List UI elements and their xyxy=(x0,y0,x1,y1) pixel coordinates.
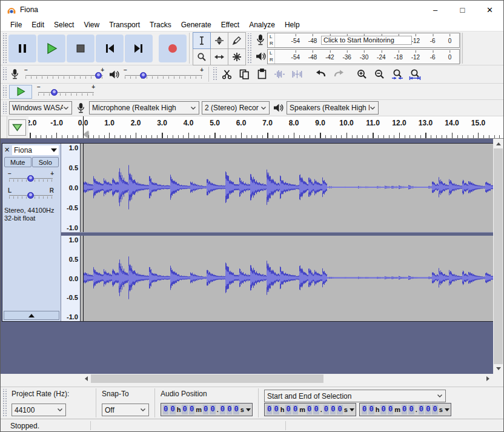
time-shift-tool-button[interactable] xyxy=(210,48,228,65)
transport-toolbar-grip[interactable] xyxy=(2,33,7,63)
vertical-scroll-thumb[interactable] xyxy=(494,148,503,364)
selection-mode-dropdown[interactable]: Start and End of Selection xyxy=(264,390,446,402)
snap-to-dropdown[interactable]: Off xyxy=(102,404,149,416)
copy-button[interactable] xyxy=(236,67,253,82)
menu-item[interactable]: View xyxy=(79,19,104,31)
solo-button[interactable]: Solo xyxy=(32,157,59,167)
time-digit[interactable]: 0 xyxy=(163,405,168,414)
time-digit[interactable]: 0 xyxy=(203,405,208,414)
time-digit[interactable]: 0 xyxy=(368,405,374,414)
time-unit[interactable]: h xyxy=(280,406,285,413)
fit-project-button[interactable] xyxy=(406,67,423,82)
menu-item[interactable]: Select xyxy=(49,19,79,31)
playback-volume-thumb[interactable] xyxy=(140,72,147,79)
zoom-out-button[interactable] xyxy=(371,67,388,82)
time-digit[interactable]: 0 xyxy=(220,405,225,414)
meter-toolbar-grip[interactable] xyxy=(247,33,251,63)
menu-item[interactable]: Edit xyxy=(27,19,49,31)
trim-audio-button[interactable] xyxy=(271,67,288,82)
time-digit[interactable]: 0 xyxy=(402,405,407,414)
fit-selection-button[interactable] xyxy=(388,67,406,82)
mute-button[interactable]: Mute xyxy=(4,157,31,167)
time-unit[interactable]: m xyxy=(196,406,202,413)
time-digit[interactable]: 0 xyxy=(233,405,239,414)
time-unit[interactable]: s xyxy=(439,406,443,413)
monitoring-hint[interactable]: Click to Start Monitoring xyxy=(321,36,412,45)
timeline-ruler[interactable]: -2.0-1.00.01.02.03.04.05.06.07.08.09.010… xyxy=(28,116,503,138)
time-digit[interactable]: 0 xyxy=(337,405,342,414)
recording-volume-thumb[interactable] xyxy=(95,72,102,79)
time-digit[interactable]: 0 xyxy=(189,405,194,414)
time-digit[interactable]: 0 xyxy=(330,405,336,414)
record-button[interactable] xyxy=(159,35,187,62)
zoom-tool-button[interactable] xyxy=(193,48,211,65)
skip-to-start-button[interactable] xyxy=(96,35,124,62)
vertical-scrollbar[interactable] xyxy=(493,139,503,374)
waveform-canvas[interactable] xyxy=(83,236,493,320)
recording-device-dropdown[interactable]: Microphone (Realtek High xyxy=(89,101,199,115)
time-digit[interactable]: 0 xyxy=(293,405,298,414)
time-digit[interactable]: 0 xyxy=(432,405,437,414)
time-digit[interactable]: 0 xyxy=(285,405,291,414)
play-speed-thumb[interactable] xyxy=(51,89,58,96)
stop-button[interactable] xyxy=(67,35,94,62)
audio-host-dropdown[interactable]: Windows WASA xyxy=(9,101,72,115)
paste-button[interactable] xyxy=(253,67,271,82)
menu-item[interactable]: Tracks xyxy=(145,19,176,31)
recording-meter[interactable]: L R -54-48-42-36-30-24-18-12-60 Click to… xyxy=(267,33,460,48)
horizontal-scroll-thumb[interactable] xyxy=(91,374,323,383)
time-digit[interactable]: 0 xyxy=(313,405,319,414)
waveform-right-channel[interactable] xyxy=(81,236,494,321)
waveform-canvas[interactable] xyxy=(83,144,493,231)
track-menu-button[interactable]: Fiona xyxy=(12,145,59,155)
time-unit[interactable]: s xyxy=(240,406,244,413)
time-digit[interactable]: 0 xyxy=(419,405,424,414)
menu-item[interactable]: Generate xyxy=(176,19,216,31)
time-unit[interactable]: . xyxy=(416,406,417,413)
draw-tool-button[interactable] xyxy=(228,32,246,49)
zoom-in-button[interactable] xyxy=(353,67,371,82)
playback-device-dropdown[interactable]: Speakers (Realtek High Def xyxy=(287,101,379,115)
pause-button[interactable] xyxy=(8,35,36,62)
multi-tool-button[interactable] xyxy=(228,48,246,65)
time-digit[interactable]: 0 xyxy=(323,405,329,414)
time-format-arrow-icon[interactable] xyxy=(350,408,354,414)
time-format-arrow-icon[interactable] xyxy=(445,408,449,414)
scroll-up-button[interactable] xyxy=(493,139,503,148)
time-digit[interactable]: 0 xyxy=(170,405,175,414)
selection-end-field[interactable]: 00h00m00.000s xyxy=(359,403,451,416)
selection-start-field[interactable]: 00h00m00.000s xyxy=(264,403,356,416)
track-area[interactable]: ✕ Fiona Mute Solo – + L xyxy=(1,139,503,374)
device-toolbar-grip[interactable] xyxy=(2,102,7,114)
time-digit[interactable]: 0 xyxy=(408,405,414,414)
time-digit[interactable]: 0 xyxy=(210,405,215,414)
selection-toolbar-grip[interactable] xyxy=(2,389,7,417)
track-gain-slider[interactable]: – + xyxy=(8,171,54,184)
play-at-speed-grip[interactable] xyxy=(2,85,7,98)
play-at-speed-button[interactable] xyxy=(9,85,32,99)
track-collapse-button[interactable] xyxy=(4,311,59,320)
time-digit[interactable]: 0 xyxy=(182,405,187,414)
scroll-left-button[interactable] xyxy=(81,374,91,384)
play-speed-slider[interactable]: – + xyxy=(37,84,95,99)
time-unit[interactable]: . xyxy=(217,406,219,413)
track-close-button[interactable]: ✕ xyxy=(4,146,12,154)
skip-to-end-button[interactable] xyxy=(125,35,153,62)
menu-item[interactable]: Help xyxy=(280,19,305,31)
time-digit[interactable]: 0 xyxy=(227,405,232,414)
recording-channels-dropdown[interactable]: 2 (Stereo) Recor xyxy=(202,101,270,115)
menu-item[interactable]: Analyze xyxy=(244,19,280,31)
menu-item[interactable]: Effect xyxy=(216,19,244,31)
timeline-options-button[interactable] xyxy=(8,119,26,136)
time-unit[interactable]: h xyxy=(177,406,181,413)
playback-volume-slider[interactable]: – + xyxy=(124,67,204,82)
time-unit[interactable]: m xyxy=(299,406,305,413)
audio-position-field[interactable]: 00h00m00.000s xyxy=(161,403,253,416)
scroll-right-button[interactable] xyxy=(483,374,493,384)
track-gain-thumb[interactable] xyxy=(27,175,34,182)
close-button[interactable]: ✕ xyxy=(476,1,503,19)
time-unit[interactable]: s xyxy=(344,406,348,413)
time-format-arrow-icon[interactable] xyxy=(246,408,251,414)
time-digit[interactable]: 0 xyxy=(425,405,431,414)
playback-meter[interactable]: L R -54-48-42-36-30-24-18-12-60 xyxy=(267,49,460,64)
